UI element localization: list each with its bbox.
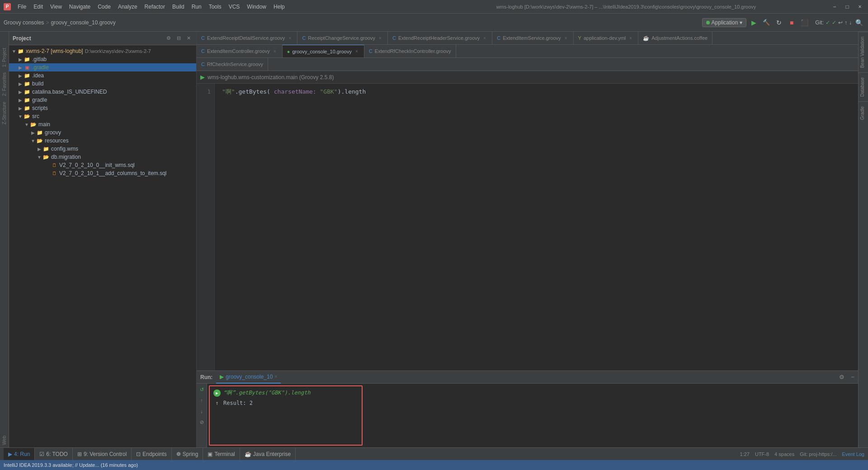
git-check2[interactable]: ✓ xyxy=(832,19,836,26)
bottom-tab-version-control[interactable]: ⊞ 9: Version Control xyxy=(73,448,132,461)
tab-close-icon[interactable]: × xyxy=(377,35,383,41)
git-push[interactable]: ↑ xyxy=(844,19,847,26)
tree-item-root[interactable]: ▼ 📁 xwms-2-7 [wms-loghub] D:\work\zwys\d… xyxy=(9,47,196,55)
tree-item-gradle-folder[interactable]: ▶ 📁 gradle xyxy=(9,96,196,104)
menu-vcs[interactable]: VCS xyxy=(226,3,243,11)
build-button[interactable]: 🔨 xyxy=(761,17,772,28)
menu-build[interactable]: Build xyxy=(169,3,188,11)
tree-item-scripts[interactable]: ▶ 📁 scripts xyxy=(9,104,196,112)
right-vtab-gradle[interactable]: Gradle xyxy=(859,101,868,124)
tree-item-src[interactable]: ▼ 📂 src xyxy=(9,112,196,120)
breadcrumb-item-groovy-consoles[interactable]: Groovy consoles xyxy=(4,19,44,26)
tab-ExtendItemController[interactable]: C ExtendItemController.groovy × xyxy=(197,45,283,57)
tab-close-icon[interactable]: × xyxy=(272,48,278,54)
bottom-tab-spring[interactable]: ❁ Spring xyxy=(172,448,203,461)
git-undo[interactable]: ↩ xyxy=(838,19,843,26)
menu-help[interactable]: Help xyxy=(270,3,288,11)
left-vtab-favorites[interactable]: 2: Favorites xyxy=(1,70,8,99)
event-log-button[interactable]: Event Log xyxy=(842,451,864,457)
maximize-button[interactable]: □ xyxy=(843,2,852,11)
tree-item-sql1[interactable]: 🗒 V2_7_0_2_10_0__init_wms.sql xyxy=(9,161,196,169)
editor-run-config-bar: ▶ wms-loghub.wms-customization.main (Gro… xyxy=(197,71,858,84)
tree-item-config-wms[interactable]: ▶ 📁 config.wms xyxy=(9,145,196,153)
project-panel-settings-icon[interactable]: ⚙ xyxy=(165,34,173,43)
right-vtab-bean-validation[interactable]: Bean Validation xyxy=(859,32,868,72)
tree-item-main[interactable]: ▼ 📂 main xyxy=(9,120,196,128)
project-panel-close-icon[interactable]: ✕ xyxy=(184,34,193,43)
git-check1[interactable]: ✓ xyxy=(826,19,830,26)
tree-label-build: build xyxy=(32,81,43,87)
menu-view[interactable]: View xyxy=(47,3,65,11)
tab-ExtendReceiptHeaderService[interactable]: C ExtendReceiptHeaderService.groovy × xyxy=(388,32,492,44)
tab-application-dev[interactable]: Y application-dev.yml × xyxy=(574,32,639,44)
run-tab-close-icon[interactable]: × xyxy=(274,374,277,379)
run-button[interactable]: ▶ xyxy=(748,17,759,28)
tab-close-icon[interactable]: × xyxy=(482,35,487,41)
tree-item-sql2[interactable]: 🗒 V2_7_0_2_10_1__add_columns_to_item.sql xyxy=(9,169,196,177)
tab-RfCheckInService[interactable]: C RfCheckInService.groovy xyxy=(197,58,268,71)
git-pull[interactable]: ↓ xyxy=(849,19,852,26)
restart-icon[interactable]: ↺ xyxy=(198,385,206,394)
tab-ReceiptChangeService[interactable]: C ReceiptChangeService.groovy × xyxy=(297,32,388,44)
menu-navigate[interactable]: Navigate xyxy=(66,3,94,11)
tab-close-icon[interactable]: × xyxy=(563,35,569,41)
tab-ExtendItemService[interactable]: C ExtendItemService.groovy × xyxy=(492,32,573,44)
stop-button[interactable]: ⬛ xyxy=(799,17,810,28)
left-vtab-structure[interactable]: Z-Structure xyxy=(1,99,8,127)
tree-label-main: main xyxy=(38,121,50,128)
tab-ExtendReceiptDetailService[interactable]: C ExtendReceiptDetailService.groovy × xyxy=(197,32,297,44)
code-editor[interactable]: 1 "啊".getBytes( charsetName: "GBK").leng… xyxy=(197,84,858,370)
toolbar: Groovy consoles > groovy_console_10.groo… xyxy=(0,14,868,32)
up-arrow-icon[interactable]: ↑ xyxy=(198,396,206,404)
minimize-button[interactable]: − xyxy=(830,2,839,11)
close-button[interactable]: × xyxy=(855,2,864,11)
tree-item-gradle[interactable]: ▶ ▣ .gradle xyxy=(9,63,196,71)
run-panel-settings-icon[interactable]: ⚙ xyxy=(839,374,844,380)
project-panel-gear-icon[interactable]: ⊟ xyxy=(175,34,183,43)
menu-refactor[interactable]: Refactor xyxy=(142,3,168,11)
menu-analyze[interactable]: Analyze xyxy=(115,3,141,11)
tab-groovy-console-10[interactable]: ● groovy_console_10.groovy × xyxy=(283,45,364,57)
left-vtab-web[interactable]: Web xyxy=(1,433,8,447)
tab-AdjustmentActions[interactable]: ☕ AdjustmentActions.coffee xyxy=(638,32,712,44)
menu-file[interactable]: File xyxy=(14,3,29,11)
menu-run[interactable]: Run xyxy=(189,3,205,11)
menu-edit[interactable]: Edit xyxy=(30,3,46,11)
run-panel-minimize-icon[interactable]: − xyxy=(851,374,854,380)
left-vtab-project[interactable]: 1: Project xyxy=(1,45,8,70)
clear-icon[interactable]: ⊘ xyxy=(198,418,206,426)
file-encoding[interactable]: UTF-8 xyxy=(755,451,769,457)
stop-build-button[interactable]: ■ xyxy=(786,17,797,28)
editor-code-content[interactable]: "啊".getBytes( charsetName: "GBK").length xyxy=(215,84,858,370)
bottom-tab-todo[interactable]: ☑ 6: TODO xyxy=(35,448,73,461)
tab-close-icon[interactable]: × xyxy=(287,35,292,41)
right-tool-window-bar: Bean Validation Database Gradle xyxy=(858,32,868,447)
bottom-tab-run[interactable]: ▶ 4: Run xyxy=(4,448,35,461)
tree-item-gitlab[interactable]: ▶ 📁 .gitlab xyxy=(9,55,196,63)
tree-item-catalina[interactable]: ▶ 📁 catalina.base_IS_UNDEFINED xyxy=(9,88,196,96)
menu-code[interactable]: Code xyxy=(94,3,114,11)
cursor-position: 1:27 xyxy=(740,451,750,457)
right-vtab-database[interactable]: Database xyxy=(859,72,868,101)
indent-info[interactable]: 4 spaces xyxy=(774,451,794,457)
tree-item-groovy[interactable]: ▶ 📁 groovy xyxy=(9,128,196,137)
menu-tools[interactable]: Tools xyxy=(206,3,225,11)
tree-item-db-migration[interactable]: ▼ 📂 db.migration xyxy=(9,153,196,161)
reload-button[interactable]: ↻ xyxy=(774,17,784,28)
down-arrow-icon[interactable]: ↓ xyxy=(198,407,206,415)
menu-window[interactable]: Window xyxy=(244,3,269,11)
tab-ExtendRfCheckInController[interactable]: C ExtendRfCheckInController.groovy xyxy=(364,45,456,57)
tree-item-idea[interactable]: ▶ 📁 .idea xyxy=(9,71,196,80)
run-panel-tab-console[interactable]: ▶ groovy_console_10 × xyxy=(216,371,281,384)
tree-item-resources[interactable]: ▼ 📂 resources xyxy=(9,137,196,145)
tab-close-icon[interactable]: × xyxy=(354,49,359,54)
bottom-tab-endpoints[interactable]: ⊡ Endpoints xyxy=(132,448,171,461)
editor-run-icon[interactable]: ▶ xyxy=(200,74,205,81)
tree-item-build[interactable]: ▶ 📁 build xyxy=(9,80,196,88)
bottom-tab-terminal[interactable]: ▣ Terminal xyxy=(203,448,240,461)
bottom-tab-java-enterprise[interactable]: ☕ Java Enterprise xyxy=(240,448,296,461)
breadcrumb-item-console-file[interactable]: groovy_console_10.groovy xyxy=(51,19,115,26)
search-everywhere-button[interactable]: 🔍 xyxy=(854,17,864,28)
run-config-dropdown[interactable]: Application ▾ xyxy=(702,18,747,27)
tab-close-icon[interactable]: × xyxy=(628,35,633,41)
